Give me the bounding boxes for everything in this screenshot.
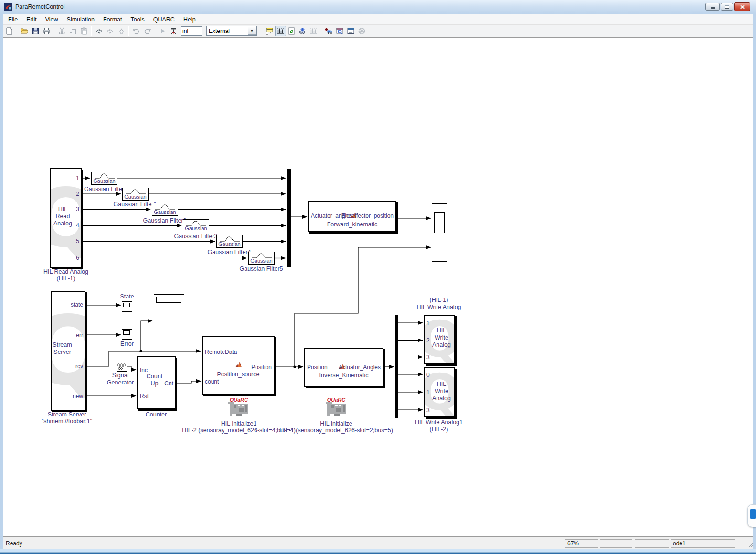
counter-block[interactable]: Inc Rst Cnt Count Up (137, 356, 176, 409)
menu-format[interactable]: Format (99, 15, 127, 24)
gaussian-filter4-block[interactable]: Gaussian (216, 235, 243, 248)
gaussian-filter-block[interactable]: Gaussian (91, 172, 117, 185)
output-port-endeffector-position[interactable]: Endeffector_position (341, 213, 394, 219)
wire-rcv-scope2[interactable] (141, 321, 152, 351)
cut-button[interactable] (56, 26, 67, 36)
menu-quarc[interactable]: QUARC (149, 15, 179, 24)
forward-button[interactable] (105, 26, 116, 36)
menu-simulation[interactable]: Simulation (63, 15, 99, 24)
scope-block[interactable] (432, 203, 447, 262)
toolbar-separator (262, 26, 262, 36)
minimize-button[interactable] (705, 3, 720, 11)
stop-target-button[interactable] (168, 26, 179, 36)
gaussian-filter3-block[interactable]: Gaussian (183, 219, 209, 232)
start-simulation-button[interactable] (157, 26, 168, 36)
forward-kinematic-block[interactable]: Actuator_angles Endeffector_position For… (308, 201, 396, 232)
print-button[interactable] (41, 26, 52, 36)
build-disabled-icon (309, 27, 318, 35)
model-canvas[interactable]: Q HIL Read Analog 1 2 3 4 5 6 HIL Read A… (3, 37, 753, 537)
menu-tools[interactable]: Tools (127, 15, 149, 24)
block-text: HIL Write Analog (429, 381, 454, 402)
up-button[interactable] (116, 26, 127, 36)
output-port-state[interactable]: state (71, 302, 83, 308)
menu-file[interactable]: File (4, 15, 22, 24)
mux-block[interactable] (287, 169, 291, 267)
external-mode-button[interactable] (345, 26, 356, 36)
undo-button[interactable] (131, 26, 142, 36)
output-port-3[interactable]: 3 (76, 206, 79, 213)
build-disabled-button[interactable] (308, 26, 319, 36)
spinner-button[interactable] (356, 26, 367, 36)
block-label: Gaussian Filter4 (207, 249, 251, 256)
input-port-3[interactable]: 3 (426, 354, 430, 361)
hil-write-analog1-block[interactable]: Q 0 1 3 HIL Write Analog (424, 367, 455, 417)
stream-server-block[interactable]: Q Stream Server state err rcv new (51, 291, 85, 411)
save-button[interactable] (30, 26, 41, 36)
build-all-button[interactable] (297, 26, 308, 36)
new-document-button[interactable] (4, 26, 15, 36)
library-browser-button[interactable] (264, 26, 275, 36)
state-scope-block[interactable] (122, 301, 132, 312)
block-label: HIL Initialize (320, 420, 352, 427)
restore-button[interactable] (721, 3, 733, 11)
output-port-1[interactable]: 1 (76, 175, 79, 181)
output-port-position[interactable]: Position (251, 364, 272, 371)
output-port-actuator-angles[interactable]: Actuator_Angles (339, 364, 381, 371)
toolbar-separator (155, 26, 155, 36)
input-port-1[interactable]: 1 (426, 320, 430, 327)
display-scope-block[interactable] (154, 294, 184, 347)
input-port-3[interactable]: 3 (426, 407, 430, 414)
gaussian-filter5-block[interactable]: Gaussian (248, 252, 275, 265)
model-browser-button[interactable] (275, 26, 286, 36)
input-port-position[interactable]: Position (307, 364, 328, 371)
redo-button[interactable] (142, 26, 153, 36)
input-port-remotedata[interactable]: RemoteData (205, 349, 237, 355)
update-diagram-button[interactable] (286, 26, 297, 36)
menu-help[interactable]: Help (179, 15, 200, 24)
find-in-model-button[interactable] (334, 26, 345, 36)
input-port-count[interactable]: count (205, 379, 219, 385)
edge-popup-widget[interactable] (747, 504, 756, 527)
menu-edit[interactable]: Edit (22, 15, 41, 24)
simulation-mode-select[interactable]: External ▼ (206, 26, 257, 36)
output-port-rcv[interactable]: rcv (75, 363, 83, 370)
output-port-2[interactable]: 2 (76, 191, 79, 197)
output-port-5[interactable]: 5 (76, 238, 79, 245)
wire-cnt-count[interactable] (176, 381, 201, 383)
hil-initialize-block[interactable]: QUaRC (322, 397, 351, 419)
close-button[interactable] (734, 2, 750, 11)
solver-panel: ode1 (671, 539, 735, 548)
hil-write-analog-block[interactable]: Q 1 2 3 HIL Write Analog (424, 315, 455, 364)
quarc-logo-text: QUaRC (230, 397, 249, 403)
position-source-block[interactable]: RemoteData count Position Position_sourc… (202, 336, 275, 395)
demux-block[interactable] (395, 315, 398, 418)
gaussian-filter1-block[interactable]: Gaussian (122, 188, 149, 201)
open-button[interactable] (19, 26, 30, 36)
block-params-label: HIL-1 (sensoray_model_626-slot=2;bus=5) (279, 427, 393, 434)
scope-screen (434, 212, 445, 233)
build-download-button[interactable] (323, 26, 334, 36)
hil-read-analog-block[interactable]: Q HIL Read Analog 1 2 3 4 5 6 (50, 168, 82, 268)
simulation-time-input[interactable] (181, 26, 202, 36)
inverse-kinematic-block[interactable]: Position Actuator_Angles Inverse_Kinemat… (304, 348, 383, 387)
error-scope-block[interactable] (122, 329, 132, 340)
output-port-6[interactable]: 6 (76, 255, 79, 261)
hil-initialize1-block[interactable]: QUaRC (224, 397, 253, 419)
new-document-icon (5, 27, 14, 35)
paste-button[interactable] (78, 26, 89, 36)
copy-button[interactable] (67, 26, 78, 36)
wire-signalgen-inc[interactable] (127, 367, 136, 370)
block-label: Signal Generator (107, 372, 134, 386)
output-port-new[interactable]: new (73, 394, 83, 400)
input-port-rst[interactable]: Rst (140, 394, 149, 400)
chevron-down-icon[interactable]: ▼ (248, 27, 256, 35)
menu-view[interactable]: View (41, 15, 63, 24)
output-port-4[interactable]: 4 (76, 223, 79, 229)
input-port-0[interactable]: 0 (426, 372, 430, 378)
gaussian-filter2-block[interactable]: Gaussian (152, 203, 178, 216)
block-label: Gaussian Filter1 (113, 201, 157, 208)
output-port-err[interactable]: err (76, 332, 83, 339)
back-button[interactable] (94, 26, 105, 36)
signal-generator-block[interactable] (117, 362, 127, 372)
output-port-cnt[interactable]: Cnt (164, 381, 173, 387)
